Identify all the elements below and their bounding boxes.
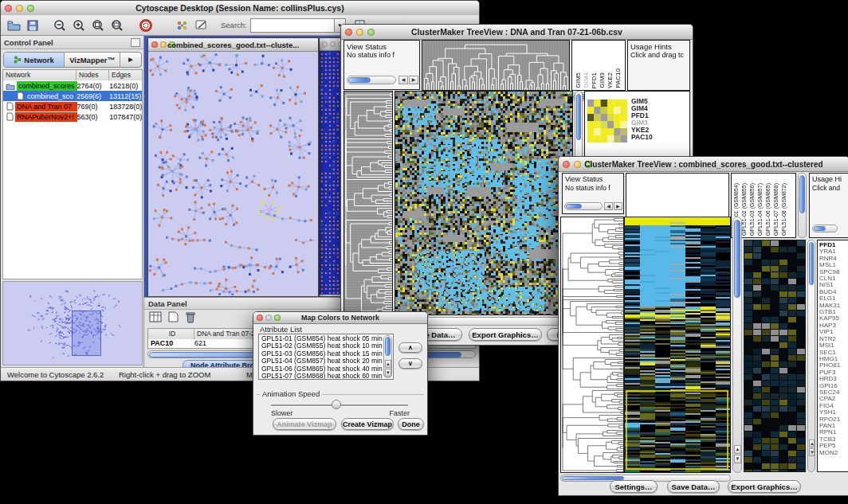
heatmap-canvas[interactable] xyxy=(395,92,572,315)
main-title-bar[interactable]: Cytoscape Desktop (Session Name: collins… xyxy=(1,1,479,16)
new-attribute-icon[interactable] xyxy=(168,311,179,322)
file-icon xyxy=(6,112,14,121)
network-row-rnapubernov2[interactable]: RNAPuberNov2+! 563(0) 107847(0) xyxy=(3,111,142,122)
scroll-up-button[interactable]: ▲ xyxy=(385,360,391,368)
network-overview-canvas[interactable] xyxy=(3,282,142,365)
attribute-item[interactable]: GPL51-07 (GSM868) heat shock 60 min xyxy=(261,373,393,380)
scrollbar-thumb[interactable] xyxy=(734,220,740,298)
array-label[interactable]: PFD1 xyxy=(591,72,598,88)
zoom-fit-icon[interactable] xyxy=(108,18,127,33)
create-vizmap-button[interactable]: Create Vizmap xyxy=(341,418,394,430)
network-overview-panel[interactable] xyxy=(2,281,143,365)
network-graph-canvas[interactable] xyxy=(148,52,316,295)
treeview1-title-bar[interactable]: ClusterMaker TreeView : DNA and Tran 07-… xyxy=(341,25,693,40)
tab-overflow-button[interactable]: ▶ xyxy=(120,53,141,67)
array-label[interactable]: GPL51-02 (GSM855) xyxy=(741,183,749,236)
tv2-status-hscrollbar[interactable] xyxy=(564,202,603,210)
scrollbar-thumb[interactable] xyxy=(385,337,391,356)
column-header-nodes[interactable]: Nodes xyxy=(77,70,109,80)
close-button[interactable] xyxy=(322,41,328,47)
scroll-left-button[interactable]: ◀ xyxy=(604,202,613,210)
tv2-labels-vscrollbar[interactable] xyxy=(798,173,807,238)
float-panel-icon[interactable] xyxy=(131,38,140,47)
scroll-up-button[interactable]: ▲ xyxy=(734,445,741,454)
tv2-save-data-button[interactable]: Save Data… xyxy=(667,480,720,493)
scroll-left-button[interactable]: ◀ xyxy=(398,76,408,84)
array-label[interactable]: YKE2 xyxy=(607,72,614,88)
attribute-list-vscrollbar[interactable]: ▲ ▼ xyxy=(383,335,392,378)
delete-attribute-icon[interactable] xyxy=(185,311,195,323)
network-row-combined-sco-selected[interactable]: combined_sco 2569(6) 13112(15) xyxy=(3,91,142,101)
id-column-header[interactable]: ID xyxy=(148,329,194,339)
gene-label[interactable]: PAC10 xyxy=(631,134,653,141)
zoom-selected-icon[interactable] xyxy=(88,18,108,33)
tv2-usage-hscrollbar[interactable] xyxy=(812,225,838,232)
array-label[interactable]: GPL51-08 (GSM872) xyxy=(781,183,789,236)
array-label[interactable]: GIM4 xyxy=(583,72,590,88)
zoom-in-icon[interactable] xyxy=(69,18,88,33)
array-label[interactable]: GPL51-04 (GSM857) xyxy=(757,183,765,236)
dialog-title-bar[interactable]: Map Colors to Network xyxy=(253,312,427,324)
open-file-icon[interactable] xyxy=(4,18,23,33)
gene-label[interactable]: MON2 xyxy=(819,450,848,456)
summary-heatmap-canvas[interactable] xyxy=(587,100,627,143)
heatmap-canvas[interactable] xyxy=(625,217,730,472)
row-dendrogram-canvas[interactable] xyxy=(561,217,623,472)
tv2-zoom-view[interactable] xyxy=(744,240,806,472)
usage-hints-title: Usage Hints xyxy=(628,41,689,51)
scrollbar-thumb[interactable] xyxy=(799,175,805,213)
column-dendrogram-canvas[interactable] xyxy=(422,41,569,90)
scrollbar-thumb[interactable] xyxy=(576,94,581,140)
array-label[interactable]: GIM5 xyxy=(575,72,582,88)
annotation-icon[interactable] xyxy=(192,18,211,33)
minimize-button[interactable] xyxy=(330,41,336,47)
array-label[interactable]: GPL51-07 (GSM868) xyxy=(773,183,781,236)
column-header-edges[interactable]: Edges xyxy=(109,70,142,80)
save-icon[interactable] xyxy=(23,18,42,33)
scroll-up-button[interactable]: ▲ xyxy=(809,440,815,447)
tab-network[interactable]: Network xyxy=(4,53,65,67)
array-label[interactable]: GIM3 xyxy=(599,72,606,88)
scrollbar-thumb[interactable] xyxy=(814,226,826,231)
row-dendrogram-canvas[interactable] xyxy=(344,92,392,315)
tv1-export-graphics-button[interactable]: Export Graphics… xyxy=(469,328,542,341)
column-header-network[interactable]: Network xyxy=(3,70,77,80)
zoom-out-icon[interactable] xyxy=(50,18,69,33)
tab-vizmapper[interactable]: VizMapper™ xyxy=(65,53,120,67)
scroll-down-button[interactable]: ▼ xyxy=(734,455,741,463)
select-attributes-icon[interactable] xyxy=(149,311,162,322)
tv2-heatmap-vscrollbar[interactable]: ▲ ▼ xyxy=(732,217,742,473)
scroll-down-button[interactable]: ▼ xyxy=(809,448,815,456)
done-button[interactable]: Done xyxy=(398,418,424,430)
tv2-row-dendrogram[interactable] xyxy=(560,217,624,473)
network-row-dna-tran[interactable]: DNA and Tran 07 769(0) 183728(0) xyxy=(3,101,142,111)
scrollbar-thumb[interactable] xyxy=(809,242,814,285)
tv1-status-hscrollbar[interactable] xyxy=(347,76,396,84)
move-up-button[interactable]: ∧ xyxy=(398,342,422,353)
tv1-column-dendrogram[interactable] xyxy=(422,40,570,91)
array-label[interactable]: GPL51-03 (GSM856) xyxy=(749,183,757,236)
tv2-export-graphics-button[interactable]: Export Graphics… xyxy=(728,480,801,493)
zoom-view-canvas[interactable] xyxy=(744,240,805,471)
network-nodes-icon[interactable] xyxy=(173,18,192,33)
scroll-right-button[interactable]: ▶ xyxy=(409,76,418,84)
move-down-button[interactable]: ∨ xyxy=(398,358,422,369)
tv2-genelist-vscrollbar[interactable]: ▲ ▼ xyxy=(807,240,815,472)
array-label[interactable]: PAC10 xyxy=(614,68,622,88)
tv1-heatmap[interactable] xyxy=(395,91,573,315)
scroll-right-button[interactable]: ▶ xyxy=(614,202,622,210)
scrollbar-thumb[interactable] xyxy=(348,77,371,83)
treeview2-title-bar[interactable]: ClusterMaker TreeView : combined_scores_… xyxy=(559,157,848,172)
search-input[interactable] xyxy=(250,18,335,33)
tv1-row-dendrogram[interactable] xyxy=(344,91,393,315)
scroll-down-button[interactable]: ▼ xyxy=(385,369,391,377)
scrollbar-thumb[interactable] xyxy=(566,204,582,209)
speed-slider-thumb[interactable] xyxy=(332,400,341,409)
tv2-heatmap[interactable] xyxy=(624,217,731,473)
network-view-title-bar[interactable]: combined_scores_good.txt--cluste... xyxy=(148,38,318,52)
network-row-combined-scores[interactable]: combined_scores 2764(0) 16218(0) xyxy=(3,80,142,91)
tv2-settings-button[interactable]: Settings… xyxy=(610,480,658,493)
array-label[interactable]: GPL51-06 (GSM865) xyxy=(765,183,773,236)
animate-vizmap-button[interactable]: Animate Vizmap xyxy=(273,418,336,430)
help-lifering-icon[interactable] xyxy=(136,18,155,33)
